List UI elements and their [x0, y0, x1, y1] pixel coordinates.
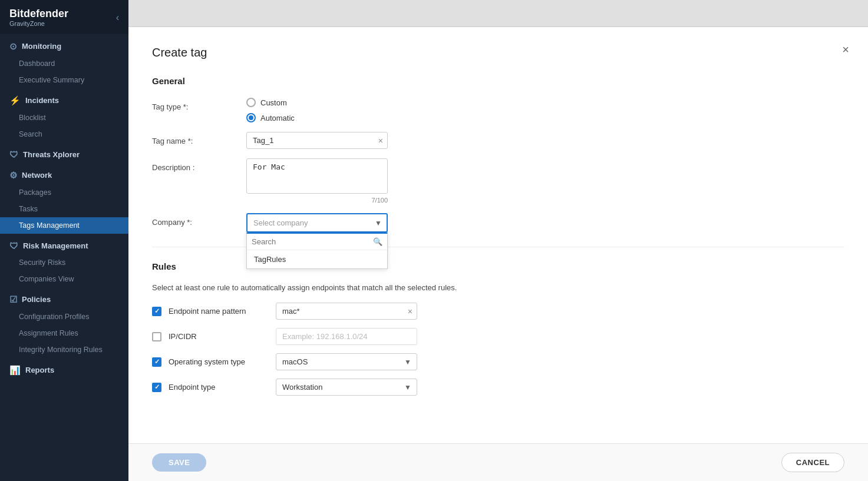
tag-name-clear-button[interactable]: × [378, 137, 383, 145]
risk-management-icon: 🛡 [9, 241, 18, 251]
sidebar: Bitdefender GravityZone ‹ ⊙ Monitoring D… [0, 0, 128, 481]
sidebar-section-risk-management[interactable]: 🛡 Risk Management [0, 234, 128, 254]
sidebar-section-monitoring[interactable]: ⊙ Monitoring [0, 34, 128, 55]
rule-label-os-type: Operating system type [169, 357, 269, 366]
sidebar-item-companies-view[interactable]: Companies View [0, 271, 128, 287]
rules-description: Select at least one rule to automaticall… [152, 283, 844, 292]
company-dropdown-popup: 🔍 TagRules [246, 233, 388, 269]
checkbox-endpoint-name-pattern[interactable] [152, 307, 161, 316]
tag-name-input-wrapper: × [246, 132, 388, 149]
company-dropdown[interactable]: Select company [246, 213, 388, 233]
radio-automatic-label: Automatic [260, 114, 295, 122]
tag-name-row: Tag name *: × [152, 132, 844, 149]
ip-cidr-placeholder: Example: 192.168.1.0/24 [276, 328, 417, 345]
sidebar-item-dashboard[interactable]: Dashboard [0, 55, 128, 72]
rule-label-endpoint-name-pattern: Endpoint name pattern [169, 307, 269, 316]
dialog-close-button[interactable]: × [842, 44, 849, 55]
tag-type-radio-group: Custom Automatic [246, 98, 295, 122]
rule-endpoint-type: Endpoint type Workstation Server Mobile … [152, 379, 844, 396]
topbar [128, 0, 868, 27]
sidebar-section-policies[interactable]: ☑ Policies [0, 287, 128, 308]
sidebar-item-packages[interactable]: Packages [0, 184, 128, 201]
general-section-title: General [152, 76, 844, 86]
save-button[interactable]: SAVE [152, 453, 206, 472]
company-search-row: 🔍 [247, 234, 387, 250]
endpoint-type-select[interactable]: Workstation Server Mobile [276, 379, 417, 396]
search-icon: 🔍 [373, 237, 382, 246]
sidebar-item-configuration-profiles[interactable]: Configuration Profiles [0, 308, 128, 325]
dialog-title: Create tag [152, 46, 844, 59]
network-icon: ⚙ [9, 170, 17, 181]
main-content: Create tag × General Tag type *: Custom … [128, 0, 868, 481]
dialog-content: Create tag × General Tag type *: Custom … [128, 27, 868, 481]
company-search-input[interactable] [252, 237, 369, 246]
rule-endpoint-name-pattern: Endpoint name pattern × [152, 303, 844, 320]
cancel-button[interactable]: CANCEL [781, 453, 844, 472]
radio-custom[interactable]: Custom [246, 98, 295, 107]
logo-area: Bitdefender GravityZone ‹ [0, 0, 128, 34]
endpoint-name-input-wrapper: × [276, 303, 417, 320]
monitoring-icon: ⊙ [9, 41, 17, 52]
incidents-icon: ⚡ [9, 95, 21, 106]
tag-type-label: Tag type *: [152, 98, 246, 111]
tag-type-row: Tag type *: Custom Automatic [152, 98, 844, 122]
rule-os-type: Operating system type macOS Windows Linu… [152, 353, 844, 370]
rules-section: Rules Select at least one rule to automa… [152, 261, 844, 396]
endpoint-name-clear-button[interactable]: × [408, 307, 412, 316]
tag-name-label: Tag name *: [152, 132, 246, 145]
company-option-tagrules[interactable]: TagRules [247, 250, 387, 268]
radio-automatic[interactable]: Automatic [246, 113, 295, 122]
checkbox-os-type[interactable] [152, 357, 161, 367]
description-wrapper: For Mac 7/100 [246, 158, 388, 204]
sidebar-item-executive-summary[interactable]: Executive Summary [0, 72, 128, 88]
checkbox-endpoint-type[interactable] [152, 383, 161, 392]
sidebar-item-assignment-rules[interactable]: Assignment Rules [0, 325, 128, 341]
company-label: Company *: [152, 213, 246, 227]
sidebar-item-security-risks[interactable]: Security Risks [0, 254, 128, 271]
logo-text: Bitdefender GravityZone [9, 8, 68, 27]
sidebar-item-tags-management[interactable]: Tags Management [0, 217, 128, 234]
reports-icon: 📊 [9, 365, 21, 376]
company-dropdown-wrapper: Select company ▼ 🔍 TagRules [246, 213, 388, 233]
company-row: Company *: Select company ▼ 🔍 TagRules [152, 213, 844, 233]
radio-automatic-circle [246, 113, 256, 122]
endpoint-name-input[interactable] [276, 303, 417, 320]
policies-icon: ☑ [9, 294, 17, 305]
rule-ip-cidr: IP/CIDR Example: 192.168.1.0/24 [152, 328, 844, 345]
threats-xplorer-icon: 🛡 [9, 150, 18, 160]
checkbox-ip-cidr[interactable] [152, 332, 161, 341]
sidebar-section-reports[interactable]: 📊 Reports [0, 358, 128, 379]
sidebar-section-threats-xplorer[interactable]: 🛡 Threats Xplorer [0, 142, 128, 163]
company-placeholder: Select company [253, 218, 308, 227]
rule-label-endpoint-type: Endpoint type [169, 383, 269, 392]
rule-label-ip-cidr: IP/CIDR [169, 332, 269, 341]
sidebar-item-tasks[interactable]: Tasks [0, 201, 128, 217]
os-type-select[interactable]: macOS Windows Linux [276, 353, 417, 370]
collapse-button[interactable]: ‹ [116, 12, 119, 23]
sidebar-section-incidents[interactable]: ⚡ Incidents [0, 88, 128, 110]
endpoint-type-select-wrapper: Workstation Server Mobile ▼ [276, 379, 417, 396]
description-textarea[interactable]: For Mac [246, 158, 388, 194]
sidebar-item-blocklist[interactable]: Blocklist [0, 110, 128, 126]
description-label: Description : [152, 158, 246, 172]
char-count: 7/100 [246, 197, 388, 204]
radio-custom-label: Custom [260, 98, 287, 107]
sidebar-item-integrity-monitoring-rules[interactable]: Integrity Monitoring Rules [0, 341, 128, 358]
os-type-select-wrapper: macOS Windows Linux ▼ [276, 353, 417, 370]
sidebar-item-search[interactable]: Search [0, 126, 128, 142]
dialog-footer: SAVE CANCEL [128, 443, 868, 481]
tag-name-input[interactable] [246, 132, 388, 149]
sidebar-section-network[interactable]: ⚙ Network [0, 163, 128, 184]
description-row: Description : For Mac 7/100 [152, 158, 844, 204]
radio-custom-circle [246, 98, 256, 107]
